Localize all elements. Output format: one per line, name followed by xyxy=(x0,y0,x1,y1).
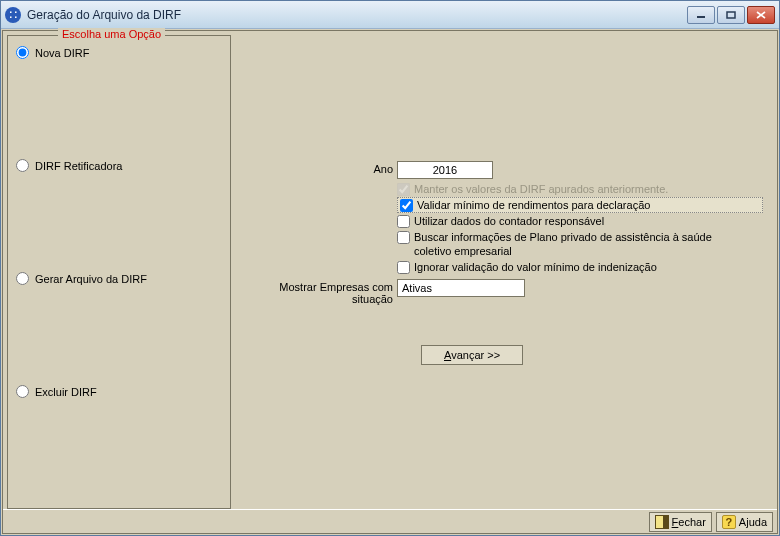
ano-input[interactable] xyxy=(397,161,493,179)
check-validar-minimo[interactable]: Validar mínimo de rendimentos para decla… xyxy=(397,197,763,213)
minimize-button[interactable] xyxy=(687,6,715,24)
svg-rect-1 xyxy=(727,12,735,18)
ajuda-button[interactable]: ? Ajuda xyxy=(716,512,773,532)
app-icon: ⸬ xyxy=(5,7,21,23)
radio-nova-dirf[interactable]: Nova DIRF xyxy=(16,46,222,59)
checkbox-utilizar-contador[interactable] xyxy=(397,215,410,228)
radio-input-dirf-retificadora[interactable] xyxy=(16,159,29,172)
radio-label: DIRF Retificadora xyxy=(35,160,122,172)
radio-input-excluir-dirf[interactable] xyxy=(16,385,29,398)
button-row: Avançar >> xyxy=(421,345,763,365)
checkbox-ignorar-validacao[interactable] xyxy=(397,261,410,274)
radio-excluir-dirf[interactable]: Excluir DIRF xyxy=(16,385,222,398)
group-legend: Escolha uma Opção xyxy=(58,28,165,40)
checkbox-stack: Manter os valores da DIRF apurados anter… xyxy=(397,181,763,275)
right-panel: Ano Manter os valores da DIRF apurados a… xyxy=(231,35,773,509)
checkbox-label: Utilizar dados do contador responsável xyxy=(414,214,604,228)
maximize-button[interactable] xyxy=(717,6,745,24)
checkbox-label: Manter os valores da DIRF apurados anter… xyxy=(414,182,668,196)
radio-label: Nova DIRF xyxy=(35,47,89,59)
checkbox-label: Ignorar validação do valor mínimo de ind… xyxy=(414,260,657,274)
check-buscar-plano[interactable]: Buscar informações de Plano privado de a… xyxy=(397,229,763,259)
radio-label: Gerar Arquivo da DIRF xyxy=(35,273,147,285)
maximize-icon xyxy=(726,11,736,19)
avancar-button[interactable]: Avançar >> xyxy=(421,345,523,365)
row-mostrar: Mostrar Empresas com situação xyxy=(241,279,763,305)
check-manter-valores: Manter os valores da DIRF apurados anter… xyxy=(397,181,763,197)
fechar-button[interactable]: Fechar xyxy=(649,512,712,532)
checkbox-manter-valores xyxy=(397,183,410,196)
option-groupbox: Escolha uma Opção Nova DIRF DIRF Retific… xyxy=(7,35,231,509)
checkbox-validar-minimo[interactable] xyxy=(400,199,413,212)
close-button[interactable] xyxy=(747,6,775,24)
check-ignorar-validacao[interactable]: Ignorar validação do valor mínimo de ind… xyxy=(397,259,763,275)
radio-input-nova-dirf[interactable] xyxy=(16,46,29,59)
checkbox-label: Validar mínimo de rendimentos para decla… xyxy=(417,198,650,212)
window-title: Geração do Arquivo da DIRF xyxy=(27,8,181,22)
checkbox-buscar-plano[interactable] xyxy=(397,231,410,244)
label-ano: Ano xyxy=(241,161,397,175)
radio-input-gerar-arquivo[interactable] xyxy=(16,272,29,285)
statusbar: Fechar ? Ajuda xyxy=(3,509,777,533)
door-icon xyxy=(655,515,669,529)
client-area: Escolha uma Opção Nova DIRF DIRF Retific… xyxy=(2,30,778,534)
row-ano: Ano xyxy=(241,161,763,179)
titlebar: ⸬ Geração do Arquivo da DIRF xyxy=(1,1,779,29)
close-icon xyxy=(756,11,766,19)
checkbox-label: Buscar informações de Plano privado de a… xyxy=(414,230,744,258)
radio-gerar-arquivo[interactable]: Gerar Arquivo da DIRF xyxy=(16,272,222,285)
situacao-input[interactable] xyxy=(397,279,525,297)
radio-label: Excluir DIRF xyxy=(35,386,97,398)
svg-rect-0 xyxy=(697,16,705,18)
help-icon: ? xyxy=(722,515,736,529)
check-utilizar-contador[interactable]: Utilizar dados do contador responsável xyxy=(397,213,763,229)
radio-dirf-retificadora[interactable]: DIRF Retificadora xyxy=(16,159,222,172)
window: ⸬ Geração do Arquivo da DIRF Escolha uma… xyxy=(0,0,780,536)
main-area: Escolha uma Opção Nova DIRF DIRF Retific… xyxy=(3,31,777,509)
minimize-icon xyxy=(696,11,706,19)
label-mostrar: Mostrar Empresas com situação xyxy=(241,279,397,305)
form-area: Ano Manter os valores da DIRF apurados a… xyxy=(241,161,763,365)
